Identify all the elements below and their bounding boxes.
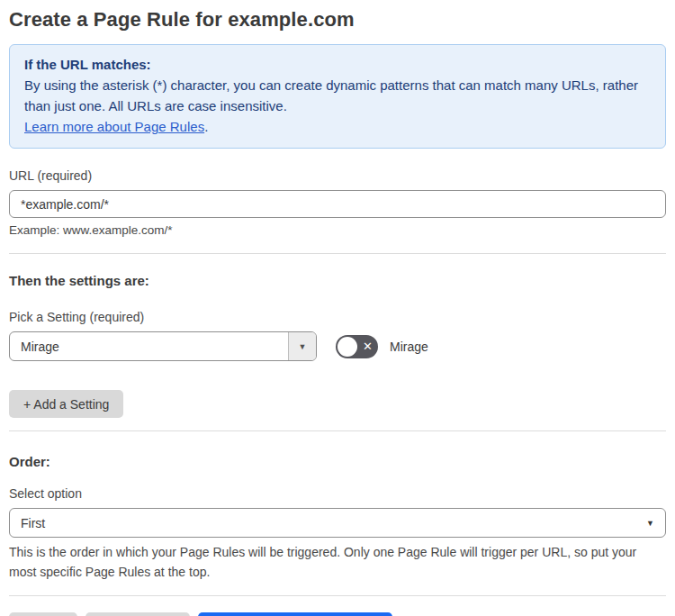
save-and-deploy-button[interactable]: Save and Deploy Page Rule <box>198 612 392 616</box>
divider <box>9 595 666 596</box>
url-label: URL (required) <box>9 168 666 183</box>
add-setting-button[interactable]: + Add a Setting <box>9 390 123 418</box>
form-actions: Cancel Save as Draft Save and Deploy Pag… <box>9 612 666 616</box>
url-match-info-box: If the URL matches: By using the asteris… <box>9 44 666 149</box>
divider <box>9 253 666 254</box>
link-suffix: . <box>204 119 208 134</box>
toggle-off-x-icon: ✕ <box>363 335 373 358</box>
info-box-heading: If the URL matches: <box>24 54 651 75</box>
info-box-link-line: Learn more about Page Rules. <box>24 116 651 137</box>
url-example-hint: Example: www.example.com/* <box>9 223 666 237</box>
divider <box>9 430 666 431</box>
order-select[interactable]: First ▼ <box>9 508 666 538</box>
order-select-value: First <box>21 516 45 530</box>
url-input[interactable] <box>9 190 666 218</box>
chevron-down-icon[interactable]: ▼ <box>288 332 316 360</box>
learn-more-link[interactable]: Learn more about Page Rules <box>24 119 204 134</box>
setting-row: Mirage ▼ ✕ Mirage <box>9 331 666 361</box>
page-title: Create a Page Rule for example.com <box>9 8 666 32</box>
toggle-knob <box>338 337 357 357</box>
setting-select[interactable]: Mirage ▼ <box>9 331 317 361</box>
cancel-button[interactable]: Cancel <box>9 612 77 616</box>
setting-select-value: Mirage <box>10 340 288 354</box>
settings-section-heading: Then the settings are: <box>9 273 666 288</box>
info-box-body: By using the asterisk (*) character, you… <box>24 75 651 116</box>
create-page-rule-form: Create a Page Rule for example.com If th… <box>0 0 675 616</box>
pick-setting-label: Pick a Setting (required) <box>9 310 666 324</box>
mirage-toggle[interactable]: ✕ <box>336 335 378 358</box>
order-help-text: This is the order in which your Page Rul… <box>9 542 661 582</box>
save-as-draft-button[interactable]: Save as Draft <box>86 612 191 616</box>
order-section-heading: Order: <box>9 454 666 469</box>
chevron-down-icon: ▼ <box>646 519 654 528</box>
select-option-label: Select option <box>9 486 666 501</box>
toggle-label: Mirage <box>390 340 428 354</box>
